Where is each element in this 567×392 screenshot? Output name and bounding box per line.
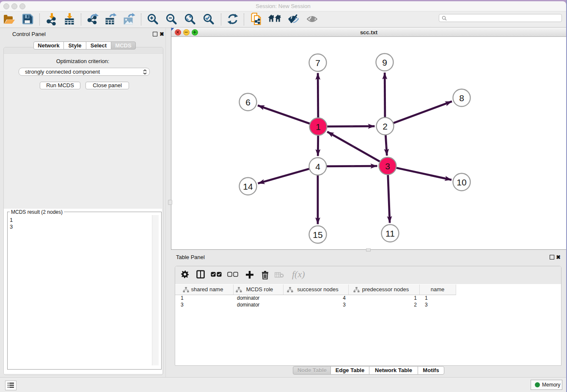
- svg-text:3: 3: [385, 161, 390, 171]
- svg-text:14: 14: [243, 182, 253, 191]
- svg-text:8: 8: [459, 93, 464, 103]
- svg-text:2: 2: [383, 121, 388, 131]
- svg-text:1: 1: [316, 122, 321, 132]
- svg-text:4: 4: [315, 162, 320, 171]
- svg-text:6: 6: [245, 97, 250, 107]
- svg-text:10: 10: [457, 177, 466, 187]
- svg-text:11: 11: [385, 229, 395, 238]
- svg-text:7: 7: [315, 58, 320, 68]
- svg-text:9: 9: [382, 58, 387, 67]
- svg-text:15: 15: [313, 230, 322, 240]
